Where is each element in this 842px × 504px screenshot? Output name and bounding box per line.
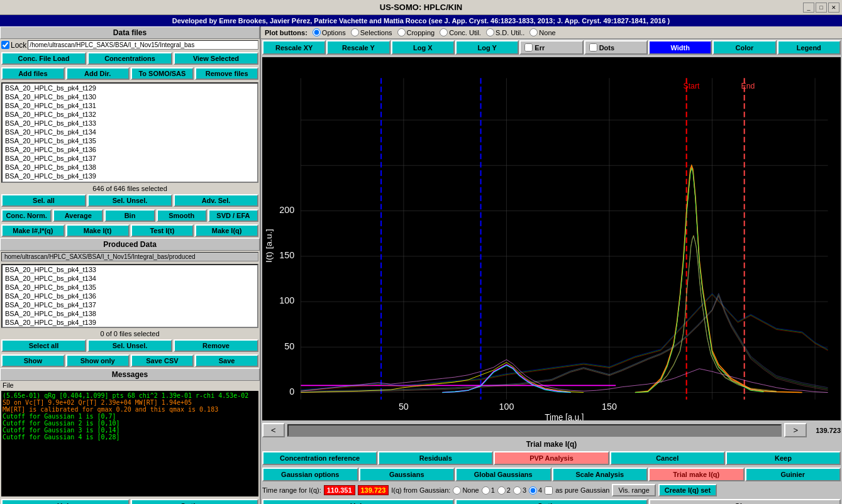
trial-make-iq-tab[interactable]: Trial make I(q) <box>648 468 745 481</box>
make-iq-button[interactable]: Make I(q) <box>195 224 258 237</box>
add-dir-button[interactable]: Add Dir. <box>66 67 130 80</box>
test-it-button[interactable]: Test I(t) <box>131 224 194 237</box>
sel-unsel-button[interactable]: Sel. Unsel. <box>87 194 172 207</box>
radio-3-gaussian[interactable] <box>513 486 521 495</box>
make-it-button[interactable]: Make I(t) <box>66 224 130 237</box>
to-somo-button[interactable]: To SOMO/SAS <box>131 67 194 80</box>
view-selected-button[interactable]: View Selected <box>174 52 258 65</box>
slider-right-button[interactable]: > <box>784 423 807 437</box>
maximize-button[interactable]: □ <box>816 3 827 13</box>
dots-checkbox[interactable] <box>589 43 597 52</box>
scale-analysis-tab[interactable]: Scale Analysis <box>552 468 648 481</box>
close-button-right[interactable]: Close <box>649 499 841 504</box>
data-file-item[interactable]: BSA_20_HPLC_bs_pk4_t130 <box>3 92 257 101</box>
concentration-reference-tab[interactable]: Concentration reference <box>262 451 377 465</box>
save-csv-button[interactable]: Save CSV <box>131 354 194 367</box>
close-button[interactable]: ✕ <box>828 3 839 13</box>
pvp-analysis-tab[interactable]: PVP Analysis <box>494 451 609 465</box>
concentrations-button[interactable]: Concentrations <box>87 52 172 65</box>
slider-track[interactable] <box>287 424 782 437</box>
err-checkbox-label[interactable]: Err <box>519 40 583 55</box>
add-files-button[interactable]: Add files <box>1 67 65 80</box>
rescale-y-button[interactable]: Rescale Y <box>326 40 390 55</box>
remove-files-button[interactable]: Remove files <box>195 67 258 80</box>
err-checkbox[interactable] <box>524 43 533 52</box>
conc-norm-button[interactable]: Conc. Norm. <box>1 209 52 222</box>
legend-button[interactable]: Legend <box>777 40 841 55</box>
dots-checkbox-label[interactable]: Dots <box>584 40 648 55</box>
show-only-button[interactable]: Show only <box>66 354 130 367</box>
data-file-item[interactable]: BSA_20_HPLC_bs_pk4_t136 <box>3 145 257 154</box>
radio-conc-util[interactable] <box>440 28 448 36</box>
options-button-right[interactable]: Options <box>455 499 647 504</box>
radio-cropping[interactable] <box>397 28 406 36</box>
width-button[interactable]: Width <box>648 40 712 55</box>
help-button-right[interactable]: Help <box>262 499 454 504</box>
options-button-left[interactable]: Options <box>131 499 259 504</box>
produced-file-item[interactable]: BSA_20_HPLC_bs_pk4_t137 <box>3 300 257 309</box>
produced-file-item[interactable]: BSA_20_HPLC_bs_pk4_t134 <box>3 274 257 283</box>
prod-sel-unsel-button[interactable]: Sel. Unsel. <box>87 339 172 352</box>
residuals-tab[interactable]: Residuals <box>378 451 493 465</box>
produced-file-list[interactable]: BSA_20_HPLC_bs_pk4_t133BSA_20_HPLC_bs_pk… <box>1 264 258 328</box>
radio-conc-util-label[interactable]: Conc. Util. <box>440 28 481 36</box>
log-y-button[interactable]: Log Y <box>455 40 519 55</box>
radio-none[interactable] <box>529 28 538 36</box>
radio-1-gaussian-label[interactable]: 1 <box>482 486 495 495</box>
data-file-item[interactable]: BSA_20_HPLC_bs_pk4_t134 <box>3 128 257 136</box>
svd-efa-button[interactable]: SVD / EFA <box>208 209 258 222</box>
radio-sd-util-label[interactable]: S.D. Util.. <box>486 28 524 36</box>
radio-options[interactable] <box>313 28 321 36</box>
select-all-button[interactable]: Select all <box>1 339 86 352</box>
adv-sel-button[interactable]: Adv. Sel. <box>174 194 258 207</box>
bin-button[interactable]: Bin <box>104 209 155 222</box>
data-file-item[interactable]: BSA_20_HPLC_bs_pk4_t138 <box>3 163 257 172</box>
log-x-button[interactable]: Log X <box>391 40 455 55</box>
data-file-list[interactable]: BSA_20_HPLC_bs_pk4_t129BSA_20_HPLC_bs_pk… <box>1 82 258 183</box>
radio-2-gaussian[interactable] <box>497 486 506 495</box>
radio-3-gaussian-label[interactable]: 3 <box>513 486 526 495</box>
radio-4-gaussian-label[interactable]: 4 <box>529 486 542 495</box>
create-iq-set-button[interactable]: Create I(q) set <box>658 484 717 496</box>
remove-button[interactable]: Remove <box>174 339 258 352</box>
help-button-left[interactable]: Help <box>1 499 130 504</box>
color-button[interactable]: Color <box>712 40 776 55</box>
minimize-button[interactable]: _ <box>803 3 814 13</box>
vis-range-button[interactable]: Vis. range <box>612 484 655 496</box>
smooth-button[interactable]: Smooth <box>157 209 207 222</box>
radio-options-label[interactable]: Options <box>313 28 346 36</box>
gaussian-options-tab[interactable]: Gaussian options <box>262 468 358 481</box>
pure-gaussian-checkbox[interactable] <box>545 486 553 495</box>
radio-sd-util[interactable] <box>486 28 494 36</box>
produced-file-item[interactable]: BSA_20_HPLC_bs_pk4_t133 <box>3 265 257 274</box>
average-button[interactable]: Average <box>53 209 103 222</box>
data-file-item[interactable]: BSA_20_HPLC_bs_pk4_t132 <box>3 110 257 119</box>
global-gaussians-tab[interactable]: Global Gaussians <box>455 468 551 481</box>
produced-file-item[interactable]: BSA_20_HPLC_bs_pk4_t138 <box>3 309 257 318</box>
produced-file-item[interactable]: BSA_20_HPLC_bs_pk4_t139 <box>3 318 257 327</box>
sel-all-button[interactable]: Sel. all <box>1 194 86 207</box>
radio-1-gaussian[interactable] <box>482 486 490 495</box>
data-file-item[interactable]: BSA_20_HPLC_bs_pk4_t131 <box>3 101 257 110</box>
radio-selections-label[interactable]: Selections <box>351 28 392 36</box>
rescale-xy-button[interactable]: Rescale XY <box>262 40 326 55</box>
data-file-item[interactable]: BSA_20_HPLC_bs_pk4_t137 <box>3 154 257 163</box>
data-file-item[interactable]: BSA_20_HPLC_bs_pk4_t135 <box>3 136 257 145</box>
guinier-tab[interactable]: Guinier <box>745 468 841 481</box>
show-button[interactable]: Show <box>1 354 65 367</box>
radio-2-gaussian-label[interactable]: 2 <box>497 486 511 495</box>
cancel-tab[interactable]: Cancel <box>610 451 725 465</box>
data-file-item[interactable]: BSA_20_HPLC_bs_pk4_t129 <box>3 84 257 92</box>
data-file-item[interactable]: BSA_20_HPLC_bs_pk4_t133 <box>3 119 257 128</box>
radio-none-label[interactable]: None <box>529 28 555 36</box>
radio-none-gaussian[interactable] <box>453 486 461 495</box>
produced-file-item[interactable]: BSA_20_HPLC_bs_pk4_t136 <box>3 292 257 300</box>
make-ihf-button[interactable]: Make I#,I*(q) <box>1 224 65 237</box>
gaussians-tab[interactable]: Gaussians <box>359 468 455 481</box>
radio-cropping-label[interactable]: Cropping <box>397 28 435 36</box>
lock-checkbox[interactable] <box>1 41 9 49</box>
radio-4-gaussian[interactable] <box>529 486 537 495</box>
keep-tab[interactable]: Keep <box>726 451 841 465</box>
save-button[interactable]: Save <box>195 354 258 367</box>
slider-left-button[interactable]: < <box>262 423 285 437</box>
